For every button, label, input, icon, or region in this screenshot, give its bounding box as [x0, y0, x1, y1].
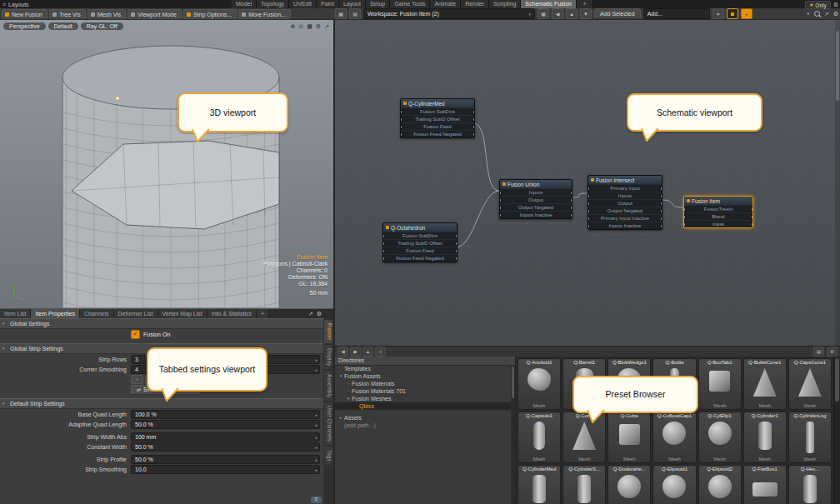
preset-q-flatbox1[interactable]: Q-FlatBox1Mesh: [743, 465, 787, 504]
target-icon[interactable]: ⊕: [290, 22, 295, 30]
settings-tab-deformer-list[interactable]: Deformer List: [114, 309, 158, 318]
node-port-output-negated[interactable]: Output Negated: [500, 203, 572, 211]
preset-q-cylinderlng[interactable]: Q-CylinderLngMesh: [788, 412, 832, 463]
preset-q-cylelip1[interactable]: Q-CylElip1Mesh: [698, 412, 742, 463]
preset-q-capscone1[interactable]: Q-CapsCone1Mesh: [788, 358, 832, 410]
node-port-fusion-subdivs[interactable]: Fusion SubDivs: [401, 107, 474, 115]
side-tab-display[interactable]: Display: [324, 345, 332, 369]
search-icon[interactable]: [814, 11, 820, 17]
toolbar-button-more-fusion[interactable]: More Fusion...: [238, 9, 291, 20]
preset-q-hex[interactable]: Q-Hex...Mesh: [788, 465, 832, 504]
directory-scrollbar[interactable]: [511, 365, 515, 504]
directory-add-path[interactable]: (add path...): [335, 422, 511, 429]
menu-tab-topology[interactable]: Topology: [257, 0, 289, 8]
preset-q-cylinders[interactable]: Q-CylinderS...Mesh: [562, 465, 606, 504]
preset-q-cube[interactable]: Q-CubeMesh: [608, 412, 651, 463]
menu-tab-uvedit[interactable]: UVEdit: [289, 0, 317, 8]
field-base-quad-length[interactable]: 100.0 %: [131, 410, 320, 419]
preset-q-dodecahe[interactable]: Q-Dodecahe...Mesh: [608, 465, 651, 504]
field-strip-smoothing[interactable]: 10.0: [131, 465, 320, 474]
schematic-mode-icon[interactable]: ▦: [335, 8, 347, 19]
node-port-primary-input-inactive[interactable]: Primary Input Inactive: [588, 214, 662, 222]
palette-icon[interactable]: ▤: [349, 8, 361, 19]
scrollbar-thumb[interactable]: [512, 367, 514, 398]
width-mode-icon-button-1[interactable]: ▪: [131, 375, 143, 384]
settings-tab-item[interactable]: +: [257, 309, 269, 318]
node-port-fusion-feed[interactable]: Fusion Feed: [401, 122, 474, 130]
menu-tab-setup[interactable]: Setup: [366, 0, 390, 8]
preset-q-bulletcone1[interactable]: Q-BulletCone1Mesh: [743, 358, 787, 410]
section-header-global-settings[interactable]: Global Settings: [0, 318, 323, 329]
schematic-node-fusion-item[interactable]: Fusion ItemFusionTreeInBlendmask: [683, 196, 753, 228]
panel-splitter[interactable]: [333, 19, 335, 504]
settings-tab-info-statistics[interactable]: Info & Statistics: [208, 309, 257, 318]
fusion-fill-button[interactable]: +: [741, 8, 752, 19]
viewport-button-perspective[interactable]: Perspective: [3, 22, 46, 30]
menu-tab-layout[interactable]: Layout: [339, 0, 366, 8]
gear-icon[interactable]: ⚙: [317, 310, 322, 317]
gear-icon[interactable]: ⚙: [833, 10, 838, 17]
node-port-inputs-inactive[interactable]: Inputs Inactive: [588, 222, 662, 229]
settings-tab-item-properties[interactable]: Item Properties: [31, 309, 79, 318]
preset-q-anviloid1[interactable]: Q-Anviloid1Mesh: [518, 358, 561, 410]
expand-icon[interactable]: ↗: [308, 310, 313, 317]
add-dropdown[interactable]: Add...: [643, 8, 710, 19]
directory-fusion-assets[interactable]: ▾Fusion Assets: [335, 372, 511, 380]
directory-qbics[interactable]: Qbics: [335, 402, 511, 410]
toolbar-button-viewport-mode[interactable]: Viewport Mode: [128, 9, 182, 20]
eye-icon[interactable]: ⊙: [298, 22, 303, 30]
menu-tab-new[interactable]: +: [577, 0, 593, 8]
toolbar-button-tree-vis[interactable]: Tree Vis: [49, 9, 86, 20]
toolbar-button-new-fusion[interactable]: New Fusion: [2, 9, 48, 20]
directory-fusion-materials-701[interactable]: -Fusion Materials 701: [335, 387, 511, 395]
viewport-button-default[interactable]: Default: [48, 22, 78, 30]
node-port-fusion-feed-negated[interactable]: Fusion Feed Negated: [383, 254, 457, 262]
schematic-viewport[interactable]: Q-CylinderMedFusion SubDivsTrailing SubD…: [335, 19, 840, 346]
directory-fusion-meshes[interactable]: ▾Fusion Meshes: [335, 395, 511, 402]
preset-q-elipsoid2[interactable]: Q-Elipsoid2Mesh: [698, 465, 742, 504]
fusion-on-checkbox[interactable]: ✓: [131, 330, 140, 339]
side-tab-assembly[interactable]: Assembly: [324, 371, 332, 401]
node-port-fusion-subdivs[interactable]: Fusion SubDivs: [383, 232, 457, 239]
settings-tab-item-list[interactable]: Item List: [0, 309, 31, 318]
list-view-icon[interactable]: ▤: [813, 347, 824, 357]
menu-tab-schematic-fusion[interactable]: Schematic Fusion: [521, 0, 577, 8]
add-selected-button[interactable]: Add Selected: [594, 8, 641, 19]
schematic-node-fusion-intersect[interactable]: Fusion IntersectPrimary InputInputsOutpu…: [588, 175, 662, 230]
node-port-output[interactable]: Output: [588, 199, 662, 207]
menu-tab-paint[interactable]: Paint: [317, 0, 339, 8]
back-icon[interactable]: ◀: [552, 8, 563, 19]
preset-grid-scrollbar[interactable]: [833, 357, 840, 504]
schematic-node-q-cylindermed[interactable]: Q-CylinderMedFusion SubDivsTrailing SubD…: [400, 98, 475, 138]
menu-tab-model[interactable]: Model: [232, 0, 257, 8]
directory-templates[interactable]: Templates: [335, 365, 511, 372]
side-tab-user-channels[interactable]: User Channels: [324, 402, 332, 445]
node-port-mask[interactable]: mask: [684, 220, 752, 227]
node-port-inputs-inactive[interactable]: Inputs Inactive: [500, 211, 572, 218]
preset-q-elipsoid1[interactable]: Q-Elipsoid1Mesh: [652, 465, 696, 504]
directory-assets[interactable]: ▸Assets: [335, 414, 511, 422]
menu-tab-render[interactable]: Render: [461, 0, 489, 8]
workspace-dropdown[interactable]: Workspace: Fusion Item (2) ▾: [363, 8, 535, 19]
forward-icon[interactable]: ▶: [350, 347, 361, 357]
toolbar-button-strip-options[interactable]: Strip Options...: [183, 9, 237, 20]
layouts-menu-icon[interactable]: ≡: [2, 1, 6, 8]
add-icon[interactable]: +: [375, 347, 386, 357]
3d-viewport[interactable]: PerspectiveDefaultRay GL: Off ⊕ ⊙ ▦ ⚙ ↗ …: [0, 19, 333, 308]
gear-icon[interactable]: ⚙: [833, 2, 838, 8]
menu-tab-game-tools[interactable]: Game Tools: [390, 0, 430, 8]
side-tab-fusion[interactable]: Fusion: [324, 320, 332, 343]
back-icon[interactable]: ◀: [338, 347, 348, 357]
viewport-button-ray-gl-off[interactable]: Ray GL: Off: [81, 22, 123, 30]
menu-tab-animate[interactable]: Animate: [430, 0, 461, 8]
field-strip-profile[interactable]: 50.0 %: [131, 455, 320, 464]
scrollbar-thumb[interactable]: [835, 358, 839, 402]
node-port-fusion-feed[interactable]: Fusion Feed: [383, 247, 457, 254]
expand-icon[interactable]: ↗: [824, 10, 829, 17]
node-port-primary-input[interactable]: Primary Input: [588, 184, 662, 192]
node-port-inputs[interactable]: Inputs: [588, 192, 662, 199]
toolbar-button-mesh-vis[interactable]: Mesh Vis: [88, 9, 127, 20]
field-constant-width[interactable]: 50.0 %: [131, 442, 320, 452]
settings-tab-vertex-map-list[interactable]: Vertex Map List: [158, 309, 208, 318]
preset-q-cylinder1[interactable]: Q-Cylinder1Mesh: [743, 412, 787, 463]
